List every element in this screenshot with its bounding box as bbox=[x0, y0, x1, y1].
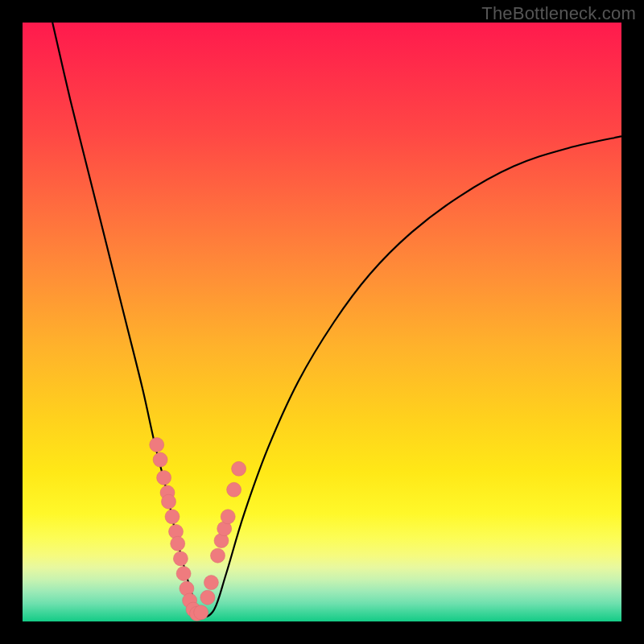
data-marker bbox=[221, 510, 235, 524]
data-marker bbox=[157, 470, 171, 485]
chart-frame: TheBottleneck.com bbox=[0, 0, 644, 644]
data-marker bbox=[227, 482, 242, 497]
data-marker bbox=[232, 461, 246, 476]
plot-area bbox=[23, 23, 621, 621]
data-marker bbox=[194, 605, 208, 620]
data-marker bbox=[200, 590, 215, 605]
data-marker bbox=[204, 576, 218, 590]
data-marker bbox=[150, 438, 164, 452]
data-marker bbox=[173, 551, 188, 566]
data-marker bbox=[171, 536, 185, 551]
bottleneck-curve bbox=[52, 23, 621, 617]
data-marker bbox=[176, 567, 191, 581]
curve-layer bbox=[23, 23, 621, 621]
watermark-text: TheBottleneck.com bbox=[481, 3, 636, 24]
data-marker bbox=[153, 452, 167, 467]
data-marker bbox=[162, 494, 176, 509]
data-marker bbox=[165, 510, 180, 524]
data-marker bbox=[211, 548, 225, 563]
marker-group bbox=[150, 438, 246, 621]
